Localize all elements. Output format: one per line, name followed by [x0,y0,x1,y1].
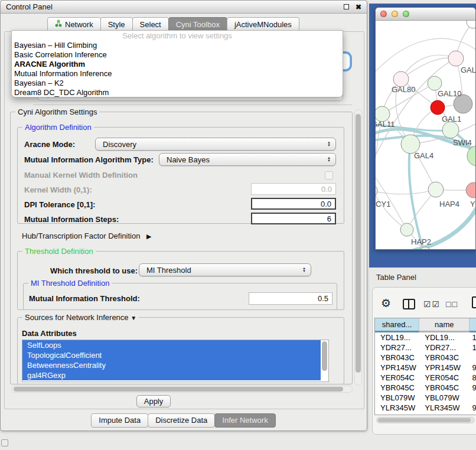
tab-label: jActiveMNodules [234,20,292,29]
node-attribute-table[interactable]: shared...name YDL19...YDL19...13YDR27...… [374,318,476,415]
network-icon [55,19,62,29]
node-GAL10[interactable] [428,76,442,90]
bottom-tab-infer-network[interactable]: Infer Network [214,413,275,428]
network-graph[interactable]: GALGAL80GAL10GAL11GAL1SWI4GAL4GCY1HAP4YH… [376,21,475,249]
attribute-betweennesscentrality[interactable]: BetweennessCentrality [22,360,321,370]
algorithm-definition-title: Algorithm Definition [22,123,94,132]
spinner-arrows-icon: ▲ ▼ [302,267,311,273]
algorithm-option-bayesian-hill-climbing[interactable]: Bayesian – Hill Climbing [12,41,343,50]
tab-label: Cyni Toolbox [176,20,220,29]
table-cell: YDL19... [375,332,419,343]
table-body: YDL19...YDL19...13YDR27...YDR27...12YBR0… [375,332,476,415]
threshold-definition-title: Threshold Definition [22,247,96,256]
network-canvas[interactable]: GALGAL80GAL10GAL11GAL1SWI4GAL4GCY1HAP4YH… [376,21,475,249]
node-label-swi4: SWI4 [453,138,472,147]
table-row[interactable]: YBL079WYBL079W [375,393,476,403]
table-cell: YIL052C [375,413,419,415]
bottom-tab-discretize-data[interactable]: Discretize Data [148,413,215,428]
node-gal-partial[interactable] [448,51,464,66]
close-icon[interactable]: ✖ [356,4,361,10]
table-cell: 8. [470,373,476,383]
which-threshold-label: Which threshold to use: [50,266,138,275]
control-panel-titlebar: Control Panel ✖ [1,1,367,14]
attribute-gal4rgexp[interactable]: gal4RGexp [22,370,321,380]
algorithm-option-aracne-algorithm[interactable]: ARACNE Algorithm [12,60,343,69]
hub-definition-toggle[interactable]: Hub/Transcription Factor Definition ▶ [22,231,151,240]
mi-steps-input[interactable]: 6 [251,213,336,224]
bottom-tab-impute-data[interactable]: Impute Data [91,413,148,428]
table-cell: YLR345W [419,403,470,413]
algorithm-option-dream8-dc-tdc-algorithm[interactable]: Dream8 DC_TDC Algorithm [12,88,343,97]
data-attributes-list[interactable]: SelfLoopsTopologicalCoefficientBetweenne… [22,340,329,382]
table-row[interactable]: YDR27...YDR27...12 [375,343,476,353]
table-row[interactable]: YER054CYER054C8. [375,373,476,383]
table-row[interactable]: YPR145WYPR145W9. [375,363,476,373]
manual-kernel-width-label: Manual Kernel Width Definition [24,171,138,180]
algorithm-option-basic-correlation-inference[interactable]: Basic Correlation Inference [12,50,343,60]
mi-algorithm-type-select[interactable]: Naive Bayes ▲ ▼ [159,153,336,166]
column-header-2[interactable] [470,318,476,332]
panel-minimize-icon[interactable] [1,439,8,446]
node-top-partial[interactable] [467,21,475,28]
table-cell: YER054C [375,373,419,383]
document-icon[interactable] [472,296,476,308]
node-label-gal: GAL [461,66,475,74]
mac-minimize-icon[interactable] [392,11,398,17]
attribute-topologicalcoefficient[interactable]: TopologicalCoefficient [22,350,321,360]
settings-horizontal-scrollbar[interactable] [11,386,353,393]
attribute-selfloops[interactable]: SelfLoops [22,340,321,350]
checked-columns-icon[interactable]: ☑☑ [423,299,441,309]
node-HAP2[interactable] [400,223,413,236]
tab-label: Network [65,20,93,29]
table-cell: 9. [470,403,476,413]
tab-label: Style [108,20,125,29]
spinner-down-icon: ▼ [327,144,331,147]
aracne-mode-label: Aracne Mode: [24,140,75,149]
dpi-tolerance-value: 0.0 [321,200,331,208]
mi-threshold-input[interactable]: 0.5 [249,292,332,305]
table-cell: YBL079W [419,393,470,403]
node-label-gal4: GAL4 [414,151,433,160]
kernel-width-input[interactable]: 0.0 [251,183,336,195]
kernel-width-label: Kernel Width (0,1): [24,185,92,194]
unchecked-columns-icon[interactable]: □□ [446,299,458,309]
algorithm-option-bayesian-k2[interactable]: Bayesian – K2 [12,79,343,88]
node-selected-red[interactable] [431,100,445,115]
column-header-shared[interactable]: shared... [375,318,419,332]
which-threshold-value: MI Threshold [139,266,302,275]
tab-label: Select [140,20,161,29]
mi-steps-value: 6 [327,214,331,223]
attributes-scrollbar[interactable] [321,341,328,380]
table-row[interactable]: YDL19...YDL19...13 [375,332,476,343]
tab-label: Discretize Data [155,416,207,425]
float-window-icon[interactable] [344,4,349,9]
settings-vertical-scrollbar[interactable] [354,109,362,386]
sources-title[interactable]: Sources for Network Inference ▼ [22,313,139,322]
table-row[interactable]: YBR043CYBR043C [375,353,476,363]
apply-button[interactable]: Apply [136,395,171,407]
mi-steps-label: Mutual Information Steps: [24,215,119,224]
node-HAP4[interactable] [428,182,444,197]
which-threshold-select[interactable]: MI Threshold ▲ ▼ [139,263,311,276]
gear-icon[interactable]: ⚙ [381,296,391,310]
dpi-tolerance-input[interactable]: 0.0 [251,198,336,210]
aracne-mode-select[interactable]: Discovery ▲ ▼ [95,138,336,151]
table-row[interactable]: YBR045CYBR045C9. [375,383,476,393]
table-row[interactable]: YIL052CYIL052C9 [375,413,476,415]
tab-label: Impute Data [99,416,141,425]
network-edge[interactable] [401,55,456,79]
table-horizontal-scrollbar[interactable] [376,417,475,423]
algorithm-option-mutual-information-inference[interactable]: Mutual Information Inference [12,69,343,79]
mac-zoom-icon[interactable] [403,11,409,17]
mac-close-icon[interactable] [380,11,387,17]
table-row[interactable]: YLR345WYLR345W9. [375,403,476,413]
table-cell: YDR27... [419,343,470,353]
column-header-name[interactable]: name [419,318,470,332]
node-GAL1[interactable] [442,122,459,138]
apply-button-label: Apply [144,397,164,406]
split-columns-icon[interactable] [403,299,415,309]
network-view-window: GALGAL80GAL10GAL11GAL1SWI4GAL4GCY1HAP4YH… [375,7,476,250]
node-Y-partial[interactable] [466,182,475,198]
window-controls: ✖ [344,4,361,10]
manual-kernel-width-checkbox[interactable] [325,171,333,180]
